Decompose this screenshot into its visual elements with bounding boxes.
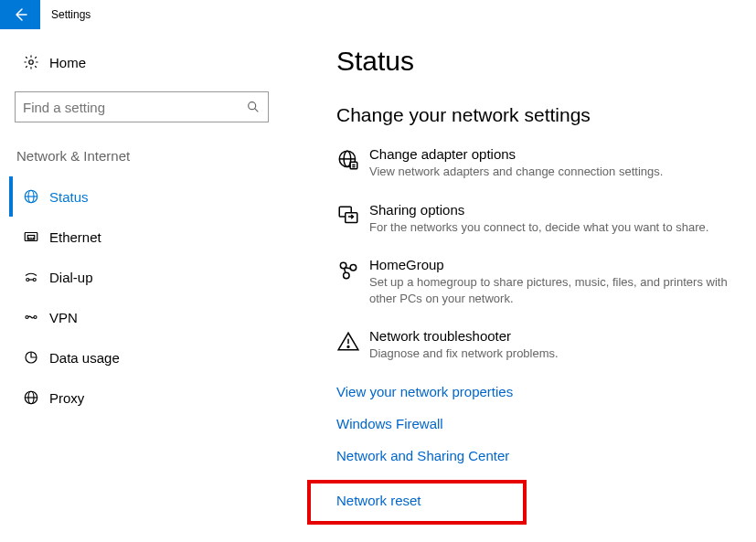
svg-point-34 <box>347 346 349 348</box>
sidebar-item-vpn[interactable]: VPN <box>9 297 271 337</box>
svg-point-15 <box>34 316 37 319</box>
warning-icon <box>336 328 369 362</box>
search-icon <box>246 100 261 114</box>
svg-point-12 <box>33 279 36 282</box>
adapter-icon <box>336 146 369 180</box>
sharing-icon <box>336 202 369 236</box>
svg-point-14 <box>26 316 28 319</box>
setting-desc: For the networks you connect to, decide … <box>369 219 747 236</box>
sidebar: Home Network & Internet Status Ethernet <box>0 44 283 525</box>
sidebar-item-label: Dial-up <box>49 270 93 285</box>
main-content: Status Change your network settings Chan… <box>283 44 756 525</box>
dialup-icon <box>18 269 44 285</box>
sidebar-item-ethernet[interactable]: Ethernet <box>9 217 271 257</box>
sidebar-item-status[interactable]: Status <box>9 176 271 217</box>
svg-point-11 <box>27 279 29 282</box>
setting-title: HomeGroup <box>369 257 747 272</box>
sidebar-item-label: Ethernet <box>49 229 101 245</box>
gear-icon <box>18 54 44 70</box>
proxy-icon <box>18 389 44 406</box>
setting-title: Sharing options <box>369 202 747 218</box>
sidebar-item-label: Status <box>49 189 89 205</box>
sidebar-item-datausage[interactable]: Data usage <box>9 337 271 377</box>
app-title: Settings <box>51 8 91 21</box>
svg-line-2 <box>255 109 259 112</box>
setting-title: Change adapter options <box>369 146 747 162</box>
sidebar-item-label: Data usage <box>49 350 120 366</box>
sidebar-item-proxy[interactable]: Proxy <box>9 377 271 418</box>
titlebar: Settings <box>0 0 756 29</box>
setting-troubleshooter[interactable]: Network troubleshooter Diagnose and fix … <box>336 328 747 362</box>
search-input-wrap[interactable] <box>15 91 269 122</box>
home-label: Home <box>49 55 86 70</box>
setting-title: Network troubleshooter <box>369 328 747 344</box>
ethernet-icon <box>18 228 44 245</box>
sidebar-item-label: VPN <box>49 310 78 325</box>
setting-desc: Diagnose and fix network problems. <box>369 345 747 362</box>
homegroup-icon <box>336 257 369 306</box>
sidebar-item-dialup[interactable]: Dial-up <box>9 257 271 297</box>
globe-wire-icon <box>18 188 44 205</box>
link-network-sharing-center[interactable]: Network and Sharing Center <box>336 448 747 463</box>
svg-point-0 <box>29 60 34 65</box>
link-network-reset[interactable]: Network reset <box>336 493 495 508</box>
home-button[interactable]: Home <box>13 44 271 80</box>
vpn-icon <box>18 309 44 325</box>
setting-desc: Set up a homegroup to share pictures, mu… <box>369 274 747 306</box>
svg-line-32 <box>345 269 346 272</box>
page-title: Status <box>336 46 747 77</box>
back-button[interactable] <box>0 0 40 29</box>
svg-point-29 <box>350 265 357 271</box>
search-input[interactable] <box>23 100 246 115</box>
section-heading: Change your network settings <box>336 104 747 126</box>
svg-point-30 <box>344 272 350 279</box>
svg-line-31 <box>346 268 350 269</box>
setting-desc: View network adapters and change connect… <box>369 164 747 180</box>
back-arrow-icon <box>12 6 28 23</box>
setting-sharing-options[interactable]: Sharing options For the networks you con… <box>336 202 747 236</box>
data-usage-icon <box>18 349 44 366</box>
link-windows-firewall[interactable]: Windows Firewall <box>336 416 747 431</box>
sidebar-category: Network & Internet <box>13 148 271 164</box>
svg-rect-27 <box>346 212 357 222</box>
setting-adapter-options[interactable]: Change adapter options View network adap… <box>336 146 747 180</box>
setting-homegroup[interactable]: HomeGroup Set up a homegroup to share pi… <box>336 257 747 306</box>
svg-point-1 <box>249 102 256 110</box>
link-view-properties[interactable]: View your network properties <box>336 384 747 399</box>
sidebar-item-label: Proxy <box>49 390 84 406</box>
highlight-annotation: Network reset <box>307 480 527 525</box>
